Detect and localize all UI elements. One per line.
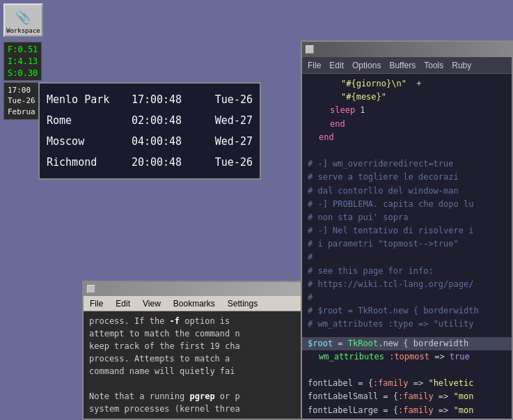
- table-row: Moscow 04:00:48 Wed-27: [47, 131, 253, 152]
- code-line: end: [308, 131, 506, 144]
- text-line: system processes (kernel threa: [89, 403, 298, 415]
- menu-view[interactable]: View: [140, 297, 164, 310]
- code-line: # -] Nel tentativo di risolvere i: [308, 224, 506, 238]
- code-line: # -] wm_overrideredirect=true: [308, 157, 506, 171]
- menu-file[interactable]: File: [87, 297, 106, 310]
- city-date-4: Tue-26: [197, 152, 253, 173]
- code-menu-buffers[interactable]: Buffers: [389, 61, 416, 70]
- code-line: # non sta pui' sopra: [308, 211, 506, 224]
- city-time-3: 04:00:48: [122, 131, 191, 152]
- toolbar-icons: 📎 Workspace: [3, 3, 43, 37]
- code-line: end: [308, 118, 506, 131]
- code-editor-titlebar: [302, 42, 512, 57]
- text-line: Note that a running pgrep or p: [89, 390, 298, 403]
- world-clock-content: Menlo Park 17:00:48 Tue-26 Rome 02:00:48…: [40, 84, 260, 178]
- menu-bookmarks[interactable]: Bookmarks: [171, 297, 218, 310]
- table-row: Richmond 20:00:48 Tue-26: [47, 152, 253, 173]
- code-editor-menubar: File Edit Options Buffers Tools Ruby: [302, 57, 512, 74]
- code-line: fontLabelSmall = {:family => "mon: [308, 390, 506, 403]
- code-line: wm_attributes :topmost => true: [308, 350, 506, 364]
- toolbar-icon: 📎: [9, 6, 37, 27]
- text-line: keep track of the first 19 cha: [89, 340, 298, 352]
- text-line: process. If the -f option is: [89, 315, 298, 327]
- city-date-3: Wed-27: [197, 131, 253, 152]
- table-row: Rome 02:00:48 Wed-27: [47, 110, 253, 131]
- code-editor-window: File Edit Options Buffers Tools Ruby "#{…: [301, 40, 513, 420]
- code-line: # dal contorllo del window-man: [308, 185, 506, 198]
- code-line: fontLabelLarge = {:family => "mon: [308, 404, 506, 417]
- world-clock-window: Menlo Park 17:00:48 Tue-26 Rome 02:00:48…: [38, 82, 261, 180]
- code-line: # wm_attributes :type => "utility: [308, 318, 506, 331]
- city-name-4: Richmond: [47, 152, 116, 173]
- titlebar-close-button[interactable]: [87, 285, 95, 293]
- text-line: process. Attempts to match a: [89, 352, 298, 365]
- bottom-editor-window: File Edit View Bookmarks Settings proces…: [82, 281, 305, 420]
- code-line: #: [308, 291, 506, 304]
- editor-menubar: File Edit View Bookmarks Settings: [84, 296, 303, 311]
- menu-settings[interactable]: Settings: [225, 297, 260, 310]
- clock-day: Tue-26: [8, 95, 35, 106]
- code-line: "#{giorno}\n" +: [308, 77, 506, 91]
- code-line: fontLabel = {:family => "helvetic: [308, 377, 506, 390]
- clock-widget: 17:00 Tue-26 Februa: [3, 82, 40, 120]
- code-menu-edit[interactable]: Edit: [329, 61, 344, 70]
- code-editor-content: "#{giorno}\n" + "#{mese}" sleep 1 end en…: [302, 74, 512, 419]
- city-time-2: 02:00:48: [122, 110, 191, 131]
- code-line: # https://wiki.tcl-lang.org/page/: [308, 278, 506, 291]
- editor-titlebar: [84, 282, 303, 296]
- code-menu-file[interactable]: File: [308, 61, 321, 70]
- code-line: $root = TkRoot.new { borderwidth: [302, 337, 512, 350]
- code-line: # i parametri "topmost-->true": [308, 238, 506, 251]
- code-line: #: [308, 251, 506, 264]
- code-line: [308, 364, 506, 377]
- text-line: attempt to match the command n: [89, 327, 298, 340]
- menu-edit[interactable]: Edit: [113, 297, 133, 310]
- city-time-1: 17:00:48: [122, 89, 191, 110]
- editor-content: process. If the -f option is attempt to …: [84, 311, 303, 419]
- text-line: [89, 378, 298, 390]
- city-name-3: Moscow: [47, 131, 116, 152]
- code-menu-ruby[interactable]: Ruby: [452, 61, 471, 70]
- code-line: [308, 144, 506, 157]
- toolbar-label: Workspace: [6, 27, 40, 34]
- city-date-2: Wed-27: [197, 110, 253, 131]
- text-line: command name will quietly fai: [89, 365, 298, 378]
- bold-f-flag: -f: [170, 316, 180, 326]
- clock-time: 17:00: [8, 85, 35, 95]
- clock-month: Februa: [8, 107, 35, 117]
- city-name-1: Menlo Park: [47, 89, 116, 110]
- stat-line-3: S:0.30: [8, 68, 38, 79]
- code-menu-options[interactable]: Options: [352, 61, 381, 70]
- code-section-bottom: $root = TkRoot.new { borderwidth wm_attr…: [308, 337, 506, 417]
- code-line: # -] PROBLEMA. capita che dopo lu: [308, 198, 506, 211]
- table-row: Menlo Park 17:00:48 Tue-26: [47, 89, 253, 110]
- code-line: # see this page for info:: [308, 265, 506, 278]
- city-time-4: 20:00:48: [122, 152, 191, 173]
- stat-line-2: I:4.13: [8, 56, 38, 68]
- code-line: sleep 1: [308, 104, 506, 117]
- code-line: # $root = TkRoot.new { borderwidth: [308, 304, 506, 318]
- desktop: 📎 Workspace F:0.51 I:4.13 S:0.30 17:00 T…: [0, 0, 513, 420]
- code-line: "#{mese}": [308, 91, 506, 104]
- city-name-2: Rome: [47, 110, 116, 131]
- code-editor-close-button[interactable]: [306, 45, 314, 54]
- code-menu-tools[interactable]: Tools: [424, 61, 443, 70]
- stat-line-1: F:0.51: [8, 44, 38, 56]
- code-line: # serve a togliere le decorazi: [308, 171, 506, 184]
- city-date-1: Tue-26: [197, 89, 253, 110]
- bold-pgrep: pgrep: [190, 391, 215, 401]
- stats-widget: F:0.51 I:4.13 S:0.30: [3, 42, 42, 81]
